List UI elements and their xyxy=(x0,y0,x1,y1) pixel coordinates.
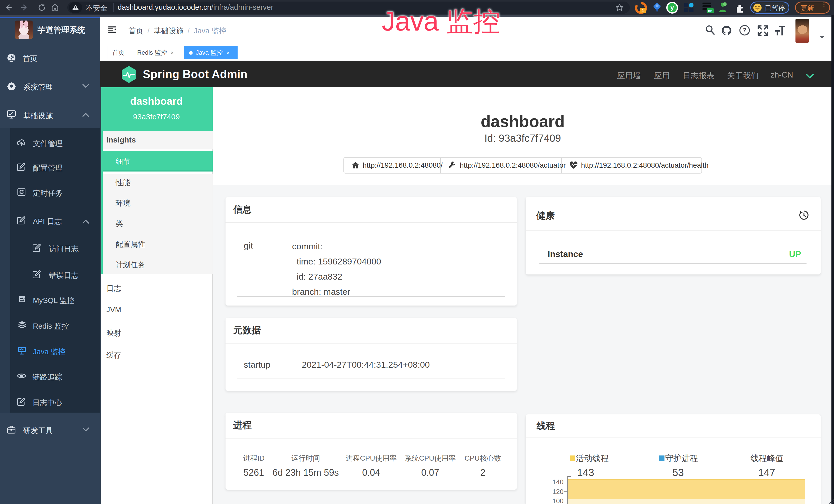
svg-text:1: 1 xyxy=(642,8,644,13)
svg-text:?: ? xyxy=(743,27,747,33)
svg-text:y: y xyxy=(671,4,674,11)
svg-text:on: on xyxy=(708,9,712,13)
